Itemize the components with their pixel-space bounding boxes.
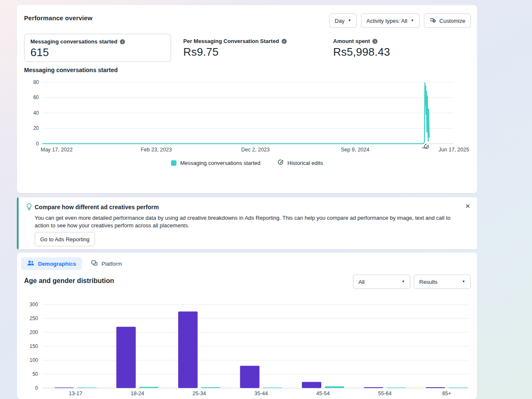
- line-chart-legend: Messaging conversations started Historic…: [17, 159, 477, 167]
- chevron-down-icon: ▼: [462, 280, 465, 283]
- bar-purple-13-17[interactable]: [54, 388, 74, 388]
- metric-value: Rs5,998.43: [333, 46, 461, 59]
- y-axis-tick-label: 60: [33, 94, 39, 100]
- metric-label: Per Messaging Conversation Started i: [183, 38, 311, 44]
- people-icon: [27, 260, 34, 267]
- y-axis-tick-label: 20: [33, 125, 39, 131]
- performance-controls: Day ▼ Activity types: All ▼ Customize: [329, 13, 471, 28]
- x-axis-category-label: 13-17: [69, 391, 82, 396]
- banner-title: Compare how different ad creatives perfo…: [35, 204, 159, 210]
- metric-label: Messaging conversations started i: [30, 38, 165, 45]
- bar-teal-45-54[interactable]: [325, 386, 344, 388]
- metric-amount-spent[interactable]: Amount spent i Rs5,998.43: [327, 34, 467, 62]
- page-title: Performance overview: [24, 14, 92, 22]
- metric-label: Amount spent i: [333, 38, 461, 44]
- bar-purple-25-34[interactable]: [178, 312, 198, 388]
- breakdown-tabs: Demographics Platform: [21, 257, 128, 270]
- close-icon[interactable]: ✕: [465, 202, 470, 210]
- tab-label: Platform: [101, 261, 122, 267]
- metric-filter-dropdown[interactable]: Results ▼: [414, 275, 471, 289]
- bar-purple-18-24[interactable]: [117, 327, 136, 388]
- x-axis-category-label: 18-24: [131, 391, 144, 396]
- y-axis-tick-label: 0: [36, 141, 39, 147]
- bar-purple-65+[interactable]: [426, 387, 445, 388]
- bar-teal-18-24[interactable]: [139, 387, 159, 388]
- y-axis-tick-label: 40: [33, 110, 39, 116]
- customize-label: Customize: [440, 18, 465, 24]
- info-icon[interactable]: i: [372, 39, 377, 44]
- demographics-filters: All ▼ Results ▼: [353, 275, 471, 289]
- filter-value: Results: [419, 279, 437, 285]
- x-axis-tick-label: Feb 23, 2023: [141, 147, 172, 153]
- metric-messaging-conversations[interactable]: Messaging conversations started i 615: [24, 34, 171, 62]
- y-axis-tick-label: 150: [30, 343, 38, 349]
- info-icon[interactable]: i: [120, 39, 125, 44]
- metric-value: Rs9.75: [183, 46, 311, 59]
- bar-purple-35-44[interactable]: [240, 366, 260, 388]
- historical-edits-marker-icon: [423, 144, 429, 148]
- bar-teal-25-34[interactable]: [201, 387, 220, 388]
- x-axis-tick-label: Jun 17, 2025: [439, 147, 469, 153]
- breakdown-filter-dropdown[interactable]: All ▼: [353, 275, 410, 289]
- y-axis-tick-label: 100: [30, 357, 38, 363]
- x-axis-tick-label: Dec 2, 2023: [241, 147, 269, 153]
- activity-types-value: Activity types: All: [366, 18, 407, 24]
- y-axis-tick-label: 200: [30, 329, 38, 335]
- bar-teal-13-17[interactable]: [77, 388, 97, 388]
- historical-edits-icon: [277, 159, 284, 167]
- x-axis-tick-label: Sep 9, 2024: [341, 147, 369, 153]
- messaging-conversations-line-chart[interactable]: 020406080May 17, 2022Feb 23, 2023Dec 2, …: [17, 79, 477, 155]
- y-axis-tick-label: 0: [35, 385, 38, 391]
- tab-platform[interactable]: Platform: [85, 257, 128, 270]
- age-gender-bar-chart[interactable]: 05010015020025030013-1718-2425-3435-4445…: [17, 297, 477, 399]
- teal-swatch: [171, 160, 176, 166]
- platform-layers-icon: [91, 260, 98, 267]
- conversations-line-series: [42, 83, 429, 144]
- chevron-down-icon: ▼: [411, 19, 414, 22]
- day-dropdown[interactable]: Day ▼: [329, 13, 357, 28]
- x-axis-category-label: 25-34: [193, 391, 206, 396]
- banner-body: You can get even more detailed performan…: [35, 214, 462, 229]
- x-axis-category-label: 65+: [442, 391, 451, 396]
- demographics-card: Demographics Platform Age and gender dis…: [17, 253, 477, 399]
- metric-cards: Messaging conversations started i 615 Pe…: [24, 34, 471, 62]
- x-axis-category-label: 45-54: [316, 391, 330, 396]
- y-axis-tick-label: 50: [33, 371, 38, 377]
- age-gender-title: Age and gender distribution: [24, 277, 114, 285]
- legend-label: Historical edits: [288, 160, 323, 166]
- y-axis-tick-label: 250: [30, 315, 38, 321]
- day-dropdown-value: Day: [335, 18, 345, 24]
- legend-label: Messaging conversations started: [180, 160, 261, 166]
- chevron-down-icon: ▼: [402, 280, 405, 283]
- bar-teal-55-64[interactable]: [387, 388, 406, 388]
- y-axis-tick-label: 80: [33, 79, 39, 85]
- go-to-ads-reporting-button[interactable]: Go to Ads Reporting: [35, 232, 95, 246]
- line-chart-title: Messaging conversations started: [24, 67, 118, 73]
- metric-per-conversation-cost[interactable]: Per Messaging Conversation Started i Rs9…: [177, 34, 317, 62]
- bar-teal-65+[interactable]: [448, 388, 468, 388]
- lightbulb-icon: [26, 203, 33, 212]
- activity-types-dropdown[interactable]: Activity types: All ▼: [361, 13, 420, 28]
- bar-purple-55-64[interactable]: [364, 387, 383, 388]
- y-axis-tick-label: 300: [30, 302, 38, 307]
- tab-label: Demographics: [38, 261, 76, 267]
- bar-purple-45-54[interactable]: [302, 382, 321, 388]
- filter-value: All: [358, 279, 364, 285]
- bar-teal-35-44[interactable]: [263, 388, 282, 388]
- legend-item-conversations[interactable]: Messaging conversations started: [171, 160, 261, 166]
- info-icon[interactable]: i: [282, 39, 287, 44]
- x-axis-category-label: 55-64: [378, 391, 392, 396]
- chevron-down-icon: ▼: [348, 19, 351, 22]
- customize-button[interactable]: Customize: [424, 13, 471, 28]
- tab-demographics[interactable]: Demographics: [21, 257, 82, 270]
- x-axis-category-label: 35-44: [255, 391, 268, 396]
- metric-value: 615: [30, 46, 165, 59]
- x-axis-tick-label: May 17, 2022: [41, 147, 73, 153]
- performance-overview-card: Performance overview Day ▼ Activity type…: [17, 5, 477, 193]
- legend-item-historical-edits[interactable]: Historical edits: [277, 159, 323, 167]
- ad-creatives-tip-banner: Compare how different ad creatives perfo…: [17, 197, 477, 249]
- customize-icon: [429, 17, 436, 25]
